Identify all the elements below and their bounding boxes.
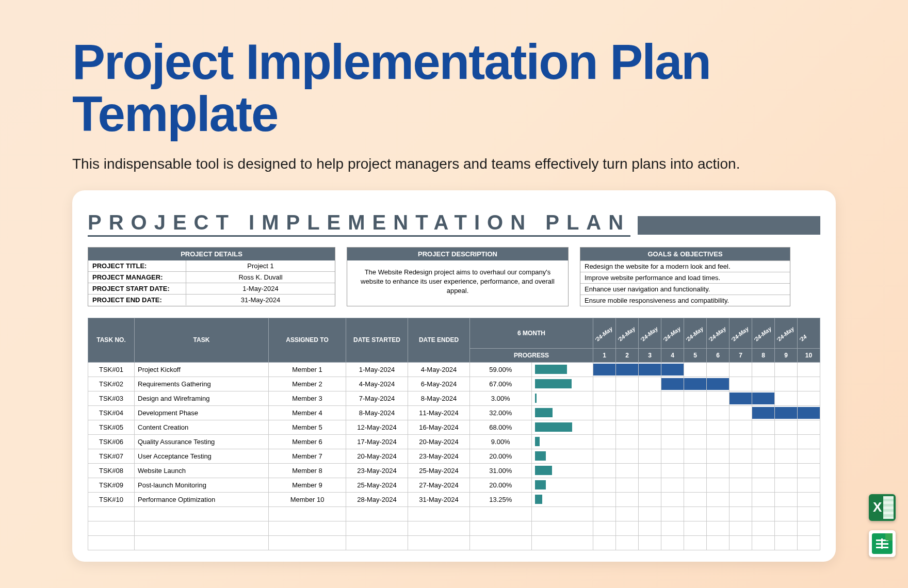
gantt-cell (729, 434, 752, 449)
task-progress-bar (531, 492, 593, 507)
gantt-cell (729, 463, 752, 478)
task-start: 28-May-2024 (346, 492, 408, 507)
gantt-cell (729, 449, 752, 463)
empty-cell (593, 521, 616, 535)
col-task: TASK (135, 318, 269, 362)
task-assigned: Member 6 (269, 434, 346, 449)
empty-cell (616, 535, 639, 550)
project-details-row: PROJECT START DATE:1-May-2024 (88, 283, 335, 294)
empty-cell (269, 507, 346, 521)
google-sheets-icon[interactable] (869, 530, 896, 557)
gantt-cell (593, 434, 616, 449)
empty-cell (616, 507, 639, 521)
gantt-cell (593, 449, 616, 463)
empty-cell (88, 535, 135, 550)
detail-value: 1-May-2024 (186, 283, 335, 294)
table-row: TSK#02 Requirements Gathering Member 2 4… (88, 377, 820, 391)
gantt-cell (798, 478, 820, 492)
goals-box: GOALS & OBJECTIVES Redesign the website … (580, 247, 790, 306)
task-progress-bar (531, 449, 593, 463)
goal-item: Improve website performance and load tim… (580, 272, 790, 283)
gantt-cell (775, 420, 798, 434)
project-details-row: PROJECT MANAGER:Ross K. Duvall (88, 271, 335, 283)
gantt-cell (775, 362, 798, 377)
empty-cell (661, 507, 684, 521)
gantt-cell (616, 463, 639, 478)
gantt-cell (661, 434, 684, 449)
task-name: Performance Optimization (135, 492, 269, 507)
timeline-label: '24-May (663, 325, 682, 343)
gantt-cell (775, 377, 798, 391)
gantt-cell (798, 391, 820, 405)
gantt-cell (684, 492, 707, 507)
gantt-cell (684, 463, 707, 478)
empty-cell (408, 521, 470, 535)
gantt-cell (798, 377, 820, 391)
day-num: 5 (684, 348, 707, 362)
task-progress-bar (531, 405, 593, 420)
table-row: TSK#08 Website Launch Member 8 23-May-20… (88, 463, 820, 478)
gantt-cell (707, 449, 729, 463)
task-assigned: Member 8 (269, 463, 346, 478)
task-no: TSK#08 (88, 463, 135, 478)
gantt-cell (775, 492, 798, 507)
gantt-cell (729, 362, 752, 377)
task-progress-bar (531, 478, 593, 492)
empty-cell (408, 535, 470, 550)
timeline-label: '24-May (732, 325, 750, 343)
detail-key: PROJECT MANAGER: (88, 272, 186, 283)
gantt-cell (729, 478, 752, 492)
gantt-cell (752, 449, 775, 463)
gantt-cell (752, 434, 775, 449)
gantt-cell (616, 449, 639, 463)
gantt-cell (616, 391, 639, 405)
gantt-cell (661, 463, 684, 478)
gantt-cell (661, 362, 684, 377)
gantt-cell (616, 434, 639, 449)
gantt-cell (639, 449, 661, 463)
empty-cell (531, 521, 593, 535)
gantt-cell (593, 463, 616, 478)
gantt-cell (752, 478, 775, 492)
gantt-cell (684, 391, 707, 405)
gantt-cell (775, 391, 798, 405)
gantt-cell (729, 391, 752, 405)
timeline-label: '24-May (618, 325, 636, 343)
task-end: 23-May-2024 (408, 449, 470, 463)
table-row: TSK#01 Project Kickoff Member 1 1-May-20… (88, 362, 820, 377)
empty-cell (269, 521, 346, 535)
project-details-row: PROJECT END DATE:31-May-2024 (88, 294, 335, 305)
gantt-cell (639, 405, 661, 420)
empty-cell (775, 535, 798, 550)
table-row: TSK#06 Quality Assurance Testing Member … (88, 434, 820, 449)
sheet-title: PROJECT IMPLEMENTATION PLAN (88, 211, 630, 237)
empty-cell (593, 535, 616, 550)
gantt-cell (798, 463, 820, 478)
col-progress: PROGRESS (470, 348, 593, 362)
project-details-row: PROJECT TITLE:Project 1 (88, 260, 335, 271)
gantt-cell (684, 420, 707, 434)
task-end: 25-May-2024 (408, 463, 470, 478)
gantt-cell (684, 449, 707, 463)
table-row-empty (88, 521, 820, 535)
task-no: TSK#06 (88, 434, 135, 449)
day-num: 6 (707, 348, 729, 362)
empty-cell (135, 507, 269, 521)
gantt-cell (661, 405, 684, 420)
empty-cell (775, 521, 798, 535)
task-assigned: Member 4 (269, 405, 346, 420)
empty-cell (752, 521, 775, 535)
excel-icon[interactable] (869, 494, 896, 521)
task-start: 4-May-2024 (346, 377, 408, 391)
day-num: 10 (798, 348, 820, 362)
task-assigned: Member 9 (269, 478, 346, 492)
empty-cell (639, 535, 661, 550)
timeline-label: '24-May (754, 325, 772, 343)
task-no: TSK#02 (88, 377, 135, 391)
table-row: TSK#04 Development Phase Member 4 8-May-… (88, 405, 820, 420)
day-num: 7 (729, 348, 752, 362)
gantt-cell (661, 420, 684, 434)
task-no: TSK#07 (88, 449, 135, 463)
project-details-header: PROJECT DETAILS (88, 248, 335, 260)
empty-cell (346, 521, 408, 535)
